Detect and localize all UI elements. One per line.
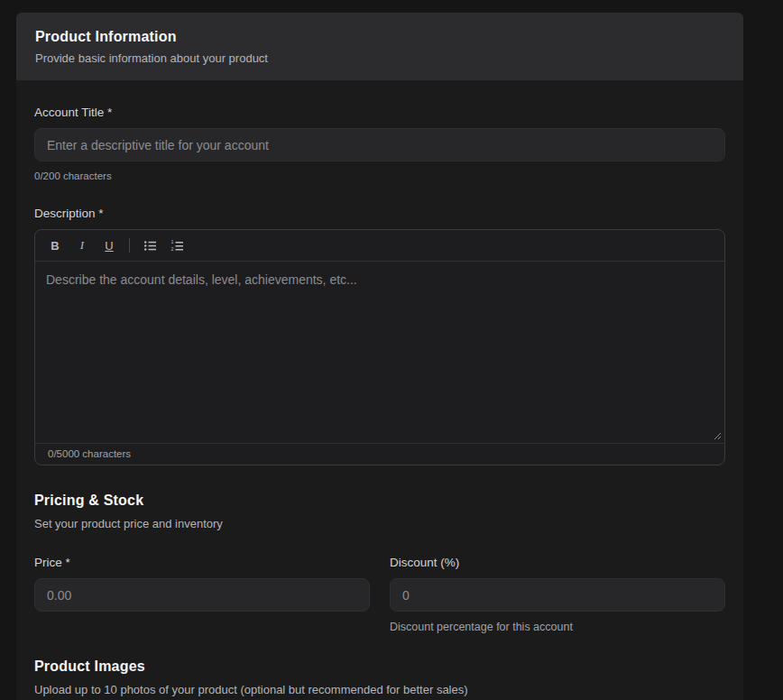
product-images-section: Product Images Upload up to 10 photos of… xyxy=(34,659,725,696)
account-title-input[interactable] xyxy=(34,128,725,161)
bold-button[interactable]: B xyxy=(44,235,66,256)
product-information-header: Product Information Provide basic inform… xyxy=(16,13,743,80)
discount-group: Discount (%) Discount percentage for thi… xyxy=(390,556,725,633)
discount-helper: Discount percentage for this account xyxy=(390,621,725,633)
description-textarea[interactable] xyxy=(35,262,724,443)
pricing-stock-title: Pricing & Stock xyxy=(34,493,725,509)
toolbar-divider xyxy=(129,238,130,253)
discount-input[interactable] xyxy=(390,578,725,612)
pricing-stock-subtitle: Set your product price and inventory xyxy=(34,517,725,530)
product-images-subtitle: Upload up to 10 photos of your product (… xyxy=(34,683,725,696)
underline-button[interactable]: U xyxy=(98,235,120,256)
product-form-body: Account Title * 0/200 characters Descrip… xyxy=(16,80,743,700)
price-label: Price * xyxy=(34,556,370,569)
numbered-list-button[interactable]: 1 2 xyxy=(166,235,188,256)
description-textarea-wrap xyxy=(35,262,724,443)
account-title-label: Account Title * xyxy=(34,106,725,119)
italic-button[interactable]: I xyxy=(71,235,93,256)
account-title-group: Account Title * 0/200 characters xyxy=(34,106,725,181)
product-images-title: Product Images xyxy=(34,659,725,675)
discount-label: Discount (%) xyxy=(390,556,725,569)
account-title-counter: 0/200 characters xyxy=(34,170,725,181)
bullet-list-icon xyxy=(143,239,157,253)
description-label: Description * xyxy=(34,207,725,220)
price-input[interactable] xyxy=(34,578,370,612)
product-information-title: Product Information xyxy=(35,29,724,45)
pricing-grid: Price * Discount (%) Discount percentage… xyxy=(34,556,725,633)
svg-text:1: 1 xyxy=(170,239,173,244)
bullet-list-button[interactable] xyxy=(139,235,161,256)
product-form-card: Product Information Provide basic inform… xyxy=(16,13,743,700)
price-group: Price * xyxy=(34,556,370,612)
pricing-stock-section: Pricing & Stock Set your product price a… xyxy=(34,493,725,633)
product-information-subtitle: Provide basic information about your pro… xyxy=(35,51,724,65)
description-counter: 0/5000 characters xyxy=(35,443,724,465)
description-group: Description * B I U xyxy=(34,207,725,465)
page: Product Information Provide basic inform… xyxy=(0,0,783,700)
svg-text:2: 2 xyxy=(170,245,173,251)
description-editor: B I U xyxy=(34,229,725,465)
numbered-list-icon: 1 2 xyxy=(170,239,184,253)
description-toolbar: B I U xyxy=(35,230,724,262)
